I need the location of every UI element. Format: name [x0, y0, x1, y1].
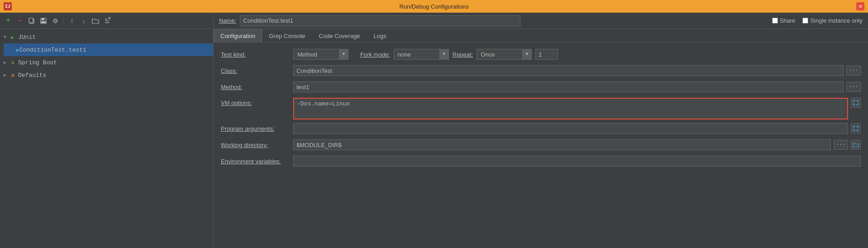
svg-rect-3	[42, 18, 44, 20]
repeat-count-input[interactable]	[535, 49, 558, 60]
title-bar-text: Run/Debug Configurations	[399, 3, 468, 10]
junit-children: ▶ ConditionTest.test1	[0, 43, 213, 56]
fork-mode-label: Fork mode:	[360, 51, 390, 58]
springboot-arrow: ▶	[4, 60, 9, 65]
tabs-bar: Configuration Grep Console Code Coverage…	[214, 29, 868, 43]
class-input[interactable]	[293, 65, 844, 76]
tree-item-junit[interactable]: ▼ ▶ JUnit	[0, 31, 213, 43]
sort-button[interactable]	[103, 16, 112, 25]
fork-mode-value: none	[394, 51, 439, 58]
test-kind-arrow[interactable]: ▼	[339, 49, 348, 60]
settings-button[interactable]: ⚙	[51, 16, 60, 25]
name-label: Name:	[219, 17, 236, 24]
tab-grep-console[interactable]: Grep Console	[262, 29, 312, 42]
env-vars-input[interactable]	[293, 156, 861, 167]
tab-code-coverage[interactable]: Code Coverage	[312, 29, 367, 42]
test-kind-field: Method ▼ Fork mode: none ▼ Repeat: Once …	[293, 49, 861, 60]
vm-options-field	[293, 98, 861, 119]
name-row: Name: Share Single instance only	[214, 13, 868, 29]
program-args-field	[293, 123, 861, 134]
vm-options-expand-button[interactable]	[851, 98, 861, 108]
share-label: Share	[780, 17, 796, 24]
defaults-arrow: ▶	[4, 72, 9, 78]
toolbar: + − ⚙ ↑ ↓	[0, 13, 213, 29]
method-input[interactable]	[293, 81, 844, 92]
config-content: Test kind: Method ▼ Fork mode: none ▼ Re…	[214, 43, 868, 248]
program-args-row: Program arguments:	[221, 121, 861, 136]
move-down-button[interactable]: ↓	[79, 16, 88, 25]
method-browse-button[interactable]: ···	[846, 82, 861, 92]
junit-icon: ▶	[9, 33, 16, 41]
tree-item-springboot[interactable]: ▶ ⚙ Spring Boot	[0, 56, 213, 69]
env-vars-row: Environment variables:	[221, 154, 861, 168]
method-label: Method:	[221, 84, 293, 91]
tree: ▼ ▶ JUnit ▶ ConditionTest.test1 ▶ ⚙ Spri…	[0, 29, 213, 248]
repeat-value: Once	[477, 51, 522, 58]
app-logo: IJ	[4, 2, 12, 10]
save-button[interactable]	[39, 16, 48, 25]
fork-mode-dropdown[interactable]: none ▼	[394, 49, 449, 60]
class-field: ···	[293, 65, 861, 76]
class-label: Class:	[221, 67, 293, 74]
tree-item-defaults[interactable]: ▶ ⚙ Defaults	[0, 69, 213, 81]
fork-section: Fork mode: none ▼ Repeat: Once ▼	[360, 49, 558, 60]
method-field: ···	[293, 81, 861, 92]
defaults-icon: ⚙	[9, 72, 16, 79]
class-browse-button[interactable]: ···	[846, 66, 861, 76]
working-dir-folder-button[interactable]	[851, 140, 861, 150]
junit-arrow: ▼	[4, 35, 9, 40]
add-button[interactable]: +	[4, 16, 13, 25]
svg-rect-4	[41, 21, 46, 23]
remove-button[interactable]: −	[15, 16, 24, 25]
test-kind-label: Test kind:	[221, 51, 293, 58]
svg-rect-1	[29, 18, 33, 23]
program-args-input[interactable]	[293, 123, 848, 134]
repeat-dropdown[interactable]: Once ▼	[477, 49, 532, 60]
conditiontest-label: ConditionTest.test1	[19, 47, 86, 53]
env-vars-field	[293, 156, 861, 167]
fork-mode-arrow[interactable]: ▼	[439, 49, 448, 60]
share-checkbox-label[interactable]: Share	[772, 17, 796, 24]
spring-icon: ⚙	[9, 59, 16, 66]
copy-button[interactable]	[27, 16, 36, 25]
vm-options-label: VM options:	[221, 100, 293, 106]
share-area: Share Single instance only	[772, 17, 863, 24]
working-dir-row: Working directory: ···	[221, 138, 861, 152]
working-dir-label: Working directory:	[221, 142, 293, 148]
tab-configuration[interactable]: Configuration	[214, 29, 262, 42]
share-checkbox[interactable]	[772, 18, 778, 24]
single-instance-checkbox-label[interactable]: Single instance only	[802, 17, 863, 24]
env-vars-label: Environment variables:	[221, 158, 293, 165]
move-up-button[interactable]: ↑	[67, 16, 76, 25]
repeat-label: Repeat:	[453, 51, 473, 58]
tree-item-conditiontest[interactable]: ▶ ConditionTest.test1	[4, 43, 213, 56]
repeat-arrow[interactable]: ▼	[522, 49, 531, 60]
vm-options-row: VM options:	[221, 98, 861, 119]
springboot-label: Spring Boot	[18, 59, 57, 66]
single-instance-label: Single instance only	[810, 17, 863, 24]
working-dir-input[interactable]	[293, 139, 831, 150]
program-args-expand-button[interactable]	[851, 124, 861, 134]
title-bar: IJ Run/Debug Configurations ✕	[0, 0, 868, 13]
folder-button[interactable]	[91, 16, 100, 25]
test-kind-row: Test kind: Method ▼ Fork mode: none ▼ Re…	[221, 47, 861, 62]
single-instance-checkbox[interactable]	[802, 18, 808, 24]
left-panel: + − ⚙ ↑ ↓	[0, 13, 214, 248]
program-args-label: Program arguments:	[221, 125, 293, 132]
junit-label: JUnit	[18, 34, 36, 41]
main-container: + − ⚙ ↑ ↓	[0, 13, 868, 248]
close-button[interactable]: ✕	[856, 2, 864, 10]
vm-options-input[interactable]	[293, 98, 848, 119]
tab-logs[interactable]: Logs	[367, 29, 393, 42]
method-row: Method: ···	[221, 80, 861, 94]
right-panel: Name: Share Single instance only Configu…	[214, 13, 868, 248]
defaults-label: Defaults	[18, 72, 46, 79]
working-dir-browse-button[interactable]: ···	[834, 140, 848, 150]
class-row: Class: ···	[221, 63, 861, 78]
test-kind-dropdown[interactable]: Method ▼	[293, 49, 348, 60]
working-dir-field: ···	[293, 139, 861, 150]
separator1	[63, 17, 64, 25]
name-input[interactable]	[240, 15, 520, 26]
test-kind-value: Method	[294, 51, 339, 58]
test-icon: ▶	[16, 47, 19, 53]
